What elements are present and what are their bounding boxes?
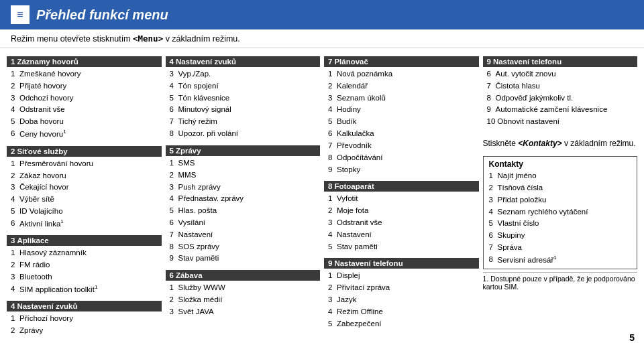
stisknete-text: Stiskněte <Kontakty> v základním režimu. — [483, 137, 638, 149]
header-title: Přehled funkcí menu — [36, 7, 168, 23]
section-7-content: 1Nová poznámka 2Kalendář 3Seznam úkolů 4… — [324, 68, 479, 178]
section-9a-header: 9Nastavení telefonu — [324, 258, 479, 269]
contacts-list: 1Najít jméno 2Tísňová čísla 3Přidat polo… — [489, 170, 632, 266]
header-icon: ≡ — [11, 5, 30, 24]
section-8-content: 1Vyfotit 2Moje fota 3Odstranit vše 4Nast… — [324, 192, 479, 255]
contacts-title: Kontakty — [489, 159, 632, 169]
section-1-content: 1Zmeškané hovory 2Přijaté hovory 3Odchoz… — [7, 68, 162, 143]
footnote: 1. Dostupné pouze v případě, že je podpo… — [483, 272, 638, 291]
section-3-content: 1Hlasový záznamník 2FM rádio 3Bluetooth … — [7, 247, 162, 298]
section-7-header: 7Plánovač — [324, 56, 479, 67]
section-5-content: 1SMS 2MMS 3Push zprávy 4Přednastav. zprá… — [166, 157, 321, 267]
subtitle: Režim menu otevřete stisknutím <Menu> v … — [0, 29, 644, 48]
section-8-header: 8Fotoaparát — [324, 181, 479, 192]
section-4a-header: 4Nastavení zvuků — [7, 301, 162, 311]
section-9a-content: 1Displej 2Přivítací zpráva 3Jazyk 4Režim… — [324, 269, 479, 332]
section-2-content: 1Přesměrování hovoru 2Zákaz hovoru 3Čeka… — [7, 157, 162, 233]
section-6-header: 6Zábava — [166, 270, 321, 281]
section-3-header: 3Aplikace — [7, 235, 162, 246]
section-1-header: 1Záznamy hovorů — [7, 56, 162, 67]
column-2: 4Nastavení zvuků 3Vyp./Zap. 4Tón spojení… — [166, 54, 321, 347]
contacts-box: Kontakty 1Najít jméno 2Tísňová čísla 3Př… — [483, 156, 638, 269]
section-4-content: 3Vyp./Zap. 4Tón spojení 5Tón klávesnice … — [166, 68, 321, 143]
section-6-content: 1Služby WWW 2Složka médií 3Svět JAVA — [166, 281, 321, 320]
main-content: 1Záznamy hovorů 1Zmeškané hovory 2Přijat… — [0, 51, 644, 347]
page-number: 5 — [629, 332, 635, 343]
section-4a-content: 1Příchozí hovory 2Zprávy — [7, 312, 162, 340]
header: ≡ Přehled funkcí menu — [0, 0, 644, 29]
section-5-header: 5Zprávy — [166, 145, 321, 156]
section-2-header: 2Síťové služby — [7, 146, 162, 157]
column-1: 1Záznamy hovorů 1Zmeškané hovory 2Přijat… — [7, 54, 162, 347]
bluetooth-label: Bluetooth — [19, 271, 52, 283]
section-9-content: 6Aut. vytočit znovu 7Čistota hlasu 8Odpo… — [483, 68, 638, 131]
section-4-header: 4Nastavení zvuků — [166, 56, 321, 67]
section-9-header: 9Nastavení telefonu — [483, 56, 638, 67]
column-4: 9Nastavení telefonu 6Aut. vytočit znovu … — [483, 54, 638, 347]
column-3: 7Plánovač 1Nová poznámka 2Kalendář 3Sezn… — [324, 54, 479, 347]
